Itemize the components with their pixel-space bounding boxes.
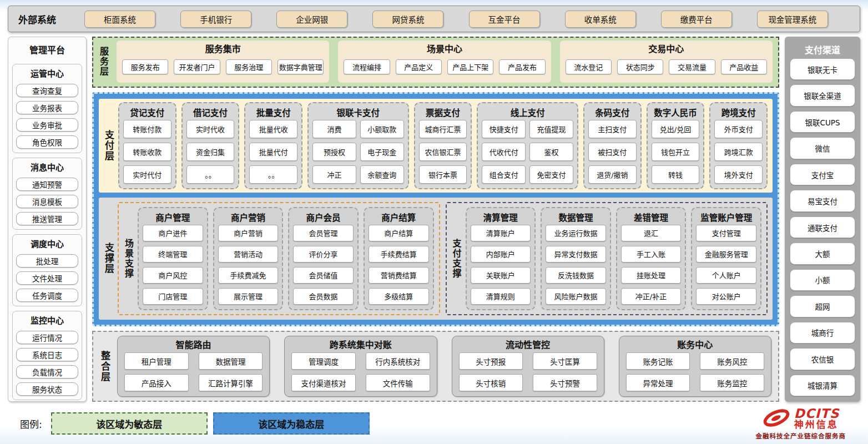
payment-item-button[interactable]: 鉴权 [529,143,573,161]
service-item-button[interactable]: 服务发布 [122,59,168,74]
support-item-button[interactable]: 退汇 [621,225,682,241]
support-item-button[interactable]: 会员管理 [293,225,354,241]
support-item-button[interactable]: 手工入账 [621,246,682,263]
support-item-button[interactable]: 评价分享 [293,246,354,263]
channel-button[interactable]: 通联支付 [790,216,855,238]
payment-item-button[interactable]: 退货/撤销 [588,165,637,184]
integration-item-button[interactable]: 产品接入 [124,374,189,391]
support-item-button[interactable]: 会员数据 [293,288,354,305]
integration-item-button[interactable]: 数据管理 [199,352,263,370]
channel-button[interactable]: 城银清算 [790,375,855,396]
payment-item-button[interactable]: 兑出/兑回 [652,120,700,138]
mgmt-item-button[interactable]: 运行情况 [16,331,78,344]
support-item-button[interactable]: 清算规则 [471,288,531,305]
channel-button[interactable]: 小额 [790,269,855,291]
service-item-button[interactable]: 产品发布 [499,59,545,74]
support-item-button[interactable]: 营销活动 [218,246,279,263]
mgmt-item-button[interactable]: 系统日志 [16,348,78,361]
payment-item-button[interactable]: 跨境汇款 [714,143,763,161]
payment-item-button[interactable]: 城商行汇票 [419,120,467,138]
support-item-button[interactable]: 商户风控 [143,267,203,284]
support-item-button[interactable]: 会员储值 [293,267,354,284]
support-item-button[interactable]: 商户结算 [369,225,429,241]
integration-item-button[interactable]: 头寸核销 [459,374,523,391]
support-item-button[interactable]: 反洗钱数据 [546,267,606,284]
channel-button[interactable]: 超网 [790,295,855,317]
payment-item-button[interactable]: 余额查询 [360,165,404,184]
mgmt-item-button[interactable]: 任务调度 [16,289,78,302]
payment-item-button[interactable]: 转账付款 [123,120,171,138]
mgmt-item-button[interactable]: 角色权限 [16,135,78,149]
support-item-button[interactable]: 异常支付数据 [546,246,606,263]
support-item-button[interactable]: 风险账户数据 [546,288,606,305]
service-item-button[interactable]: 流程编排 [344,59,390,74]
support-item-button[interactable]: 商户进件 [143,225,203,241]
payment-item-button[interactable]: 组合支付 [482,165,526,184]
service-item-button[interactable]: 服务治理 [226,59,272,74]
payment-item-button[interactable]: 代收代付 [482,143,526,161]
channel-button[interactable]: 大额 [790,243,855,264]
service-item-button[interactable]: 开发者门户 [174,59,220,74]
payment-item-button[interactable]: 电子现金 [360,143,404,161]
channel-button[interactable]: 城商行 [790,322,855,344]
support-item-button[interactable]: 门店管理 [143,288,203,305]
payment-item-button[interactable]: 主扫支付 [588,120,637,138]
support-item-button[interactable]: 内部账户 [471,246,531,263]
service-item-button[interactable]: 产品收益 [721,59,767,74]
mgmt-item-button[interactable]: 业务审批 [16,118,78,132]
mgmt-item-button[interactable]: 通知预警 [16,178,78,191]
payment-item-button[interactable]: 小额取款 [360,120,404,138]
support-item-button[interactable]: 冲正/补正 [621,288,682,305]
payment-item-button[interactable]: 资金归集 [186,143,235,161]
integration-item-button[interactable]: 头寸匡算 [533,352,597,370]
payment-item-button[interactable]: 冲正 [312,165,356,184]
support-item-button[interactable]: 关联账户 [471,267,531,284]
support-item-button[interactable]: 清算账户 [471,225,531,241]
channel-button[interactable]: 银联CUPS [790,111,855,133]
integration-item-button[interactable]: 汇路计算引擎 [199,374,263,391]
payment-item-button[interactable]: 实时代付 [123,165,171,184]
payment-item-button[interactable]: 外币支付 [714,120,763,138]
integration-item-button[interactable]: 异常处理 [626,374,690,391]
mgmt-item-button[interactable]: 批处理 [16,254,78,268]
support-item-button[interactable]: 商户营销 [218,225,279,241]
external-system-button[interactable]: 柜面系统 [84,11,155,28]
integration-item-button[interactable]: 账务风控 [700,352,764,370]
integration-item-button[interactable]: 账务记账 [626,352,690,370]
channel-button[interactable]: 易宝支付 [790,190,855,211]
payment-item-button[interactable]: 转钱 [652,165,700,184]
payment-item-button[interactable]: 批量代付 [249,143,297,161]
external-system-button[interactable]: 互金平台 [469,11,540,28]
payment-item-button[interactable]: 充值提现 [529,120,573,138]
mgmt-item-button[interactable]: 查询查复 [16,84,78,97]
support-item-button[interactable]: 展示管理 [218,288,279,305]
integration-item-button[interactable]: 租户管理 [124,352,189,370]
integration-item-button[interactable]: 头寸预报 [459,352,523,370]
channel-button[interactable]: 支付宝 [790,164,855,185]
external-system-button[interactable]: 现金管理系统 [757,11,828,28]
payment-item-button[interactable]: 被扫支付 [588,143,637,161]
channel-button[interactable]: 农信银 [790,348,855,370]
integration-item-button[interactable]: 文件传输 [366,374,430,391]
channel-button[interactable]: 微信 [790,137,855,159]
channel-button[interactable]: 银联无卡 [790,58,855,80]
external-system-button[interactable]: 企业网银 [276,11,347,28]
support-item-button[interactable]: 手续费减免 [218,267,279,284]
service-item-button[interactable]: 状态同步 [617,59,663,74]
support-item-button[interactable]: 终端管理 [143,246,203,263]
service-item-button[interactable]: 产品定义 [396,59,442,74]
payment-item-button[interactable]: 转账收款 [123,143,171,161]
mgmt-item-button[interactable]: 消息模板 [16,195,78,208]
support-item-button[interactable]: 挂账处理 [621,267,682,284]
channel-button[interactable]: 银联全渠道 [790,84,855,106]
payment-item-button[interactable]: 钱包开立 [652,143,700,161]
integration-item-button[interactable]: 支付渠道核对 [291,374,356,391]
mgmt-item-button[interactable]: 业务报表 [16,101,78,114]
payment-item-button[interactable]: 消费 [312,120,356,138]
payment-item-button[interactable]: 银行本票 [419,165,467,184]
service-item-button[interactable]: 产品上下架 [447,59,493,74]
integration-item-button[interactable]: 管理调度 [291,352,356,370]
service-item-button[interactable]: 流水登记 [566,59,612,74]
support-item-button[interactable]: 金融服务管理 [696,246,756,263]
external-system-button[interactable]: 缴费平台 [661,11,732,28]
